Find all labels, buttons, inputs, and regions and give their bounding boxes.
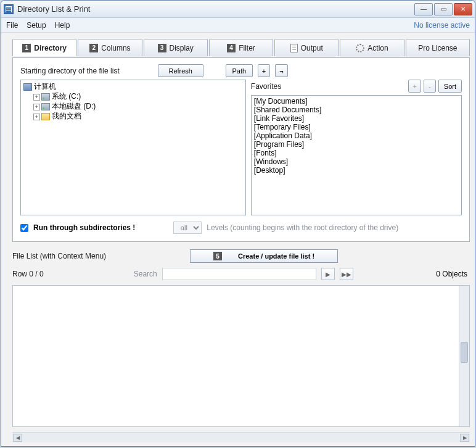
- tab-action[interactable]: Action: [340, 39, 404, 56]
- path-neg-button[interactable]: ¬: [275, 64, 287, 77]
- refresh-button[interactable]: Refresh: [158, 64, 203, 77]
- tab-columns[interactable]: 2Columns: [78, 39, 142, 56]
- create-filelist-button[interactable]: 5 Create / update file list !: [190, 249, 338, 263]
- maximize-button[interactable]: ▭: [434, 3, 453, 15]
- list-item[interactable]: [Desktop]: [254, 166, 459, 175]
- objects-count: 0 Objects: [436, 270, 467, 278]
- menu-file[interactable]: File: [6, 21, 18, 30]
- window-title: Directory List & Print: [17, 4, 90, 14]
- tab-pro-license[interactable]: Pro License: [406, 39, 470, 56]
- app-window: Directory List & Print — ▭ ✕ File Setup …: [1, 0, 475, 447]
- tab-display[interactable]: 3Display: [144, 39, 208, 56]
- scroll-right-icon[interactable]: ▶: [460, 434, 469, 442]
- expand-icon[interactable]: +: [33, 104, 40, 110]
- menu-setup[interactable]: Setup: [27, 21, 46, 30]
- tab-directory[interactable]: 1Directory: [12, 39, 76, 56]
- drive-icon: [41, 93, 50, 101]
- minimize-button[interactable]: —: [414, 3, 433, 15]
- drive-icon: [41, 103, 50, 110]
- license-status: No license active: [414, 21, 470, 30]
- directory-tree[interactable]: 计算机 +系统 (C:) +本地磁盘 (D:) +我的文档: [20, 80, 246, 215]
- tree-node[interactable]: +系统 (C:): [33, 91, 243, 101]
- list-item[interactable]: [My Documents]: [254, 97, 459, 106]
- app-icon: [4, 4, 14, 14]
- tree-node[interactable]: +我的文档: [33, 111, 243, 121]
- scroll-left-icon[interactable]: ◀: [13, 434, 22, 442]
- menubar: File Setup Help No license active: [1, 18, 475, 33]
- horizontal-scrollbar[interactable]: ◀ ▶: [12, 432, 470, 442]
- list-item[interactable]: [Fonts]: [254, 149, 459, 157]
- list-item[interactable]: [Link Favorites]: [254, 114, 459, 123]
- tree-root[interactable]: 计算机 +系统 (C:) +本地磁盘 (D:) +我的文档: [23, 81, 243, 121]
- list-item[interactable]: [Shared Documents]: [254, 106, 459, 114]
- list-item[interactable]: [Windows]: [254, 157, 459, 166]
- filelist-header-label: File List (with Context Menu): [12, 252, 106, 260]
- fav-remove-button[interactable]: -: [424, 80, 436, 93]
- client-area: 1Directory 2Columns 3Display 4Filter Out…: [1, 33, 475, 446]
- scroll-thumb[interactable]: [461, 342, 468, 363]
- search-label: Search: [134, 270, 157, 278]
- gear-icon: [356, 44, 364, 52]
- levels-hint: Levels (counting begins with the root di…: [207, 223, 398, 232]
- close-button[interactable]: ✕: [454, 3, 472, 15]
- subdirs-checkbox[interactable]: [20, 224, 28, 232]
- search-input[interactable]: [162, 268, 316, 280]
- path-button[interactable]: Path: [226, 64, 253, 77]
- tab-output[interactable]: Output: [274, 39, 339, 56]
- path-add-button[interactable]: +: [258, 64, 270, 77]
- directory-panel: Starting directory of the file list Refr…: [12, 57, 470, 242]
- filelist-grid[interactable]: [12, 285, 470, 427]
- list-item[interactable]: [Temporary Files]: [254, 123, 459, 131]
- computer-icon: [23, 83, 32, 91]
- subdirs-label: Run through subdirectories !: [33, 223, 135, 232]
- list-item[interactable]: [Program Files]: [254, 140, 459, 149]
- fav-sort-button[interactable]: Sort: [438, 80, 462, 93]
- tab-filter[interactable]: 4Filter: [209, 39, 273, 56]
- fav-add-button[interactable]: +: [408, 80, 421, 93]
- levels-combo[interactable]: all: [173, 222, 202, 234]
- vertical-scrollbar[interactable]: [459, 286, 469, 426]
- search-last-button[interactable]: ▶▶: [340, 268, 353, 280]
- folder-icon: [41, 113, 50, 120]
- titlebar[interactable]: Directory List & Print — ▭ ✕: [1, 1, 475, 18]
- sheet-icon: [290, 44, 298, 52]
- favorites-label: Favorites: [251, 82, 281, 91]
- favorites-list[interactable]: [My Documents] [Shared Documents] [Link …: [251, 95, 462, 215]
- menu-help[interactable]: Help: [55, 21, 70, 30]
- tabstrip: 1Directory 2Columns 3Display 4Filter Out…: [12, 39, 470, 57]
- start-dir-label: Starting directory of the file list: [20, 67, 120, 75]
- row-counter: Row 0 / 0: [12, 270, 44, 278]
- expand-icon[interactable]: +: [33, 94, 40, 101]
- list-item[interactable]: [Application Data]: [254, 131, 459, 140]
- tree-node[interactable]: +本地磁盘 (D:): [33, 101, 243, 111]
- expand-icon[interactable]: +: [33, 114, 40, 120]
- search-next-button[interactable]: ▶: [321, 268, 335, 280]
